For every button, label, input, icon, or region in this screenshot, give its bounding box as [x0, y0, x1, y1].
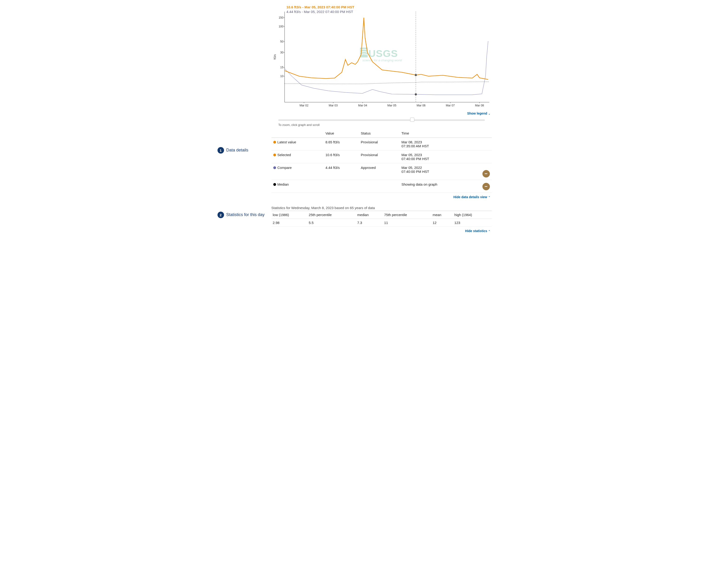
row-time: Mar 05, 202307:40:00 PM HST: [399, 151, 492, 163]
stats-value: 2.98: [271, 219, 308, 227]
row-time: Showing data on graph−: [399, 180, 492, 193]
chevron-up-icon: ⌃: [488, 196, 490, 198]
row-label: Median: [278, 182, 289, 186]
hide-statistics-toggle[interactable]: Hide statistics⌃: [271, 227, 492, 235]
annotation-text-1: Data details: [226, 148, 248, 153]
remove-series-button[interactable]: −: [482, 183, 490, 190]
svg-text:10: 10: [280, 75, 283, 78]
table-row: MedianShowing data on graph−: [271, 180, 492, 193]
row-value: 8.65 ft3/s: [323, 138, 359, 151]
cursor-point-compare: [415, 93, 417, 96]
statistics-title: Statistics for Wednesday, March 8, 2023 …: [271, 205, 492, 211]
y-axis-label: ft3/s: [273, 54, 276, 60]
svg-text:Mar 07: Mar 07: [446, 104, 455, 107]
cursor-point-current: [415, 74, 417, 76]
y-axis-ticks: 10 15 30 50 100 150: [279, 16, 284, 78]
stats-value: 11: [383, 219, 431, 227]
svg-text:50: 50: [280, 40, 283, 43]
annotation-data-details: 1 Data details: [217, 147, 267, 154]
callout-compare-value: 4.44 ft3/s - Mar 05, 2022 07:40:00 PM HS…: [287, 10, 353, 14]
svg-text:100: 100: [279, 25, 283, 28]
stats-header: 75th percentile: [383, 211, 431, 219]
row-status: Approved: [359, 163, 400, 180]
svg-text:15: 15: [280, 66, 283, 69]
row-value: 4.44 ft3/s: [323, 163, 359, 180]
svg-text:Mar 08: Mar 08: [475, 104, 484, 107]
svg-text:30: 30: [280, 51, 283, 54]
row-time: Mar 05, 202207:40:00 PM HST−: [399, 163, 492, 180]
data-details-table: Value Status Time Latest value8.65 ft3/s…: [271, 129, 492, 193]
annotation-text-2: Statistics for this day: [226, 212, 265, 217]
stats-value: 123: [453, 219, 492, 227]
stats-header: low (1986): [271, 211, 308, 219]
stats-header: mean: [431, 211, 453, 219]
zoom-hint: To zoom, click graph and scroll: [271, 122, 492, 129]
stats-header: median: [356, 211, 383, 219]
row-value: 10.6 ft3/s: [323, 151, 359, 163]
stats-value: 5.5: [308, 219, 356, 227]
chevron-up-icon: ⌃: [488, 230, 490, 233]
table-row: Selected10.6 ft3/sProvisionalMar 05, 202…: [271, 151, 492, 163]
annotation-badge-2: 2: [217, 212, 224, 218]
svg-text:Mar 03: Mar 03: [329, 104, 338, 107]
stats-value: 12: [431, 219, 453, 227]
callout-current-value: 10.6 ft3/s - Mar 05, 2023 07:40:00 PM HS…: [287, 5, 354, 9]
series-median: [284, 82, 489, 84]
svg-text:USGS: USGS: [368, 48, 398, 59]
slider-track: [279, 119, 485, 121]
svg-text:Mar 06: Mar 06: [416, 104, 425, 107]
stats-header: 25th percentile: [308, 211, 356, 219]
details-header-time: Time: [399, 129, 492, 138]
show-legend-toggle[interactable]: Show legend⌄: [271, 109, 492, 117]
remove-series-button[interactable]: −: [482, 170, 490, 178]
svg-text:science for a changing world: science for a changing world: [362, 58, 402, 62]
row-time: Mar 08, 202307:35:00 AM HST: [399, 138, 492, 151]
slider-thumb[interactable]: [410, 117, 414, 122]
x-axis-ticks: Mar 02 Mar 03 Mar 04 Mar 05 Mar 06 Mar 0…: [299, 102, 484, 107]
row-status: Provisional: [359, 138, 400, 151]
row-status: Provisional: [359, 151, 400, 163]
stats-value: 7.3: [356, 219, 383, 227]
series-color-dot: [273, 183, 276, 186]
row-value: [323, 180, 359, 193]
svg-text:Mar 05: Mar 05: [387, 104, 396, 107]
statistics-table: low (1986)25th percentilemedian75th perc…: [271, 211, 492, 227]
svg-text:150: 150: [279, 16, 283, 19]
table-row: Latest value8.65 ft3/sProvisionalMar 08,…: [271, 138, 492, 151]
usgs-watermark: USGS science for a changing world: [360, 48, 402, 62]
row-status: [359, 180, 400, 193]
hide-data-details-toggle[interactable]: Hide data details view⌃: [271, 193, 492, 201]
time-slider[interactable]: [271, 117, 492, 122]
chevron-down-icon: ⌄: [488, 112, 490, 115]
row-label: Latest value: [278, 140, 296, 144]
annotation-badge-1: 1: [217, 147, 224, 154]
row-label: Compare: [278, 166, 292, 169]
hydrograph-chart[interactable]: 10.6 ft3/s - Mar 05, 2023 07:40:00 PM HS…: [271, 5, 492, 109]
series-color-dot: [273, 154, 276, 156]
stats-header: high (1964): [453, 211, 492, 219]
details-header-value: Value: [323, 129, 359, 138]
svg-text:Mar 04: Mar 04: [358, 104, 367, 107]
series-color-dot: [273, 166, 276, 169]
svg-text:Mar 02: Mar 02: [299, 104, 308, 107]
row-label: Selected: [278, 153, 291, 157]
series-color-dot: [273, 141, 276, 143]
annotation-statistics: 2 Statistics for this day: [217, 212, 267, 218]
table-row: Compare4.44 ft3/sApprovedMar 05, 202207:…: [271, 163, 492, 180]
details-header-blank: [271, 129, 324, 138]
details-header-status: Status: [359, 129, 400, 138]
